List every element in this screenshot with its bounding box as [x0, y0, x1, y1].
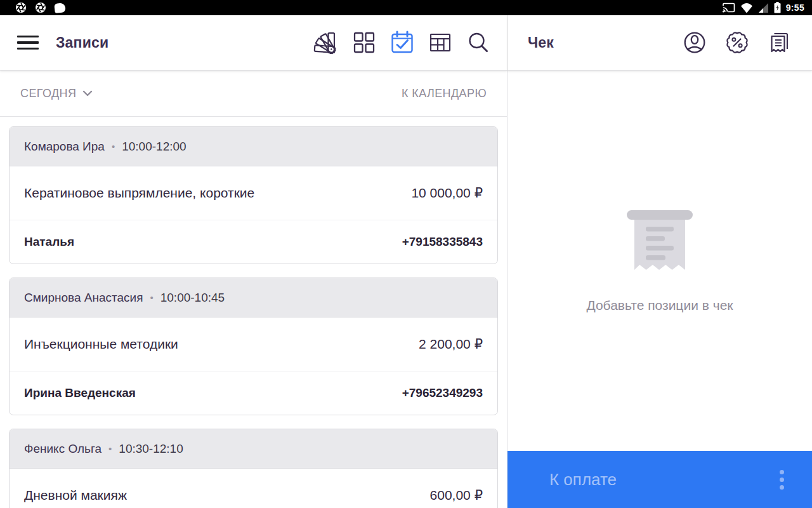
appointment-card-header: Комарова Ира • 10:00-12:00 — [10, 127, 497, 166]
service-name: Инъекционные методики — [24, 337, 178, 352]
appointment-card[interactable]: Комарова Ира • 10:00-12:00 Кератиновое в… — [9, 126, 498, 264]
appointment-card[interactable]: Смирнова Анастасия • 10:00-10:45 Инъекци… — [9, 277, 498, 415]
appointments-toolbar — [313, 29, 492, 56]
page-title: Записи — [56, 34, 108, 51]
calendar-check-icon[interactable] — [389, 29, 416, 56]
receipt-empty-state: Добавьте позиции в чек — [508, 70, 812, 451]
client-name: Смирнова Анастасия — [24, 291, 143, 305]
service-price: 600,00 ₽ — [430, 488, 483, 503]
to-calendar-link[interactable]: К КАЛЕНДАРЮ — [402, 87, 487, 100]
client-phone: +79652349293 — [402, 386, 483, 400]
receipt-icon[interactable] — [766, 29, 793, 56]
master-name: Наталья — [24, 235, 74, 249]
master-row[interactable]: Ирина Введенская +79652349293 — [10, 371, 497, 415]
service-row[interactable]: Инъекционные методики 2 200,00 ₽ — [10, 318, 497, 371]
dot-separator: • — [150, 292, 153, 303]
appointment-time: 10:00-12:00 — [122, 140, 186, 154]
status-bar: 9:55 — [0, 0, 812, 15]
appointments-panel: Записи — [0, 15, 508, 508]
master-name: Ирина Введенская — [24, 386, 136, 400]
service-name: Дневной макияж — [24, 488, 127, 503]
empty-state-message: Добавьте позиции в чек — [586, 298, 733, 313]
clock: 9:55 — [786, 3, 804, 13]
period-dropdown[interactable]: СЕГОДНЯ — [20, 87, 93, 100]
appointment-card-header: Феникс Ольга • 10:30-12:10 — [10, 429, 497, 469]
percent-badge-icon[interactable] — [724, 29, 750, 56]
appointments-list: Комарова Ира • 10:00-12:00 Кератиновое в… — [0, 117, 507, 508]
status-bar-system: 9:55 — [721, 2, 804, 13]
appointment-card[interactable]: Феникс Ольга • 10:30-12:10 Дневной макия… — [9, 429, 498, 508]
table-icon[interactable] — [427, 29, 454, 56]
filter-bar: СЕГОДНЯ К КАЛЕНДАРЮ — [0, 70, 507, 117]
receipt-panel: Чек — [508, 15, 812, 508]
menu-icon[interactable] — [17, 34, 39, 51]
receipt-title: Чек — [528, 34, 554, 51]
appointment-time: 10:00-10:45 — [160, 291, 225, 305]
shutter-icon — [15, 2, 27, 13]
receipt-large-icon — [626, 209, 693, 281]
dot-separator: • — [108, 443, 112, 454]
shutter-icon — [35, 2, 46, 13]
cast-icon — [721, 3, 735, 13]
service-row[interactable]: Кератиновое выпрямление, короткие 10 000… — [10, 166, 497, 220]
client-name: Комарова Ира — [24, 140, 105, 154]
receipt-header: Чек — [508, 15, 812, 70]
service-price: 2 200,00 ₽ — [419, 337, 483, 352]
master-row[interactable]: Наталья +79158335843 — [10, 220, 497, 264]
client-phone: +79158335843 — [402, 235, 483, 249]
more-options-icon[interactable] — [776, 466, 788, 493]
appointments-header: Записи — [0, 15, 507, 70]
battery-charging-icon — [774, 2, 781, 13]
chevron-down-icon — [82, 90, 93, 97]
appointment-time: 10:30-12:10 — [119, 442, 183, 456]
appointment-card-header: Смирнова Анастасия • 10:00-10:45 — [10, 278, 497, 318]
receipt-toolbar — [681, 29, 793, 56]
pay-button-label: К оплате — [549, 470, 617, 490]
client-name: Феникс Ольга — [24, 442, 102, 456]
service-name: Кератиновое выпрямление, короткие — [24, 185, 254, 201]
status-bar-notifications — [15, 2, 65, 13]
person-icon[interactable] — [681, 29, 708, 56]
cellular-signal-icon — [758, 3, 769, 13]
swatches-icon[interactable] — [313, 29, 339, 56]
app-notification-icon — [54, 3, 65, 13]
wifi-icon — [740, 3, 753, 13]
grid-icon[interactable] — [351, 29, 377, 56]
service-price: 10 000,00 ₽ — [411, 185, 483, 201]
search-icon[interactable] — [465, 29, 492, 56]
period-label: СЕГОДНЯ — [20, 87, 76, 100]
pay-button[interactable]: К оплате — [508, 451, 812, 508]
service-row[interactable]: Дневной макияж 600,00 ₽ — [10, 469, 497, 508]
dot-separator: • — [112, 141, 115, 152]
